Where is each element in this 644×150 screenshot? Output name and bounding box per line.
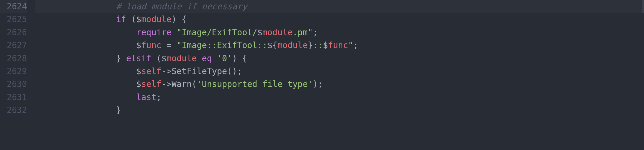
token: '0' — [217, 53, 232, 63]
token: = — [161, 40, 177, 50]
token: # load module if necessary — [116, 1, 247, 11]
token: ; — [353, 40, 358, 50]
token: last — [136, 92, 156, 102]
line-number: 2631 — [0, 91, 27, 104]
minimap-edge — [642, 0, 644, 13]
code-editor[interactable]: 262426252626262726282629263026312632 # l… — [0, 0, 644, 150]
token: :: — [313, 40, 323, 50]
code-area[interactable]: # load module if necessary if ($module) … — [35, 0, 644, 150]
token: "Image/ExifTool/ — [177, 27, 257, 37]
token: $ — [136, 40, 141, 50]
code-line[interactable]: require "Image/ExifTool/$module.pm"; — [35, 26, 644, 39]
token — [212, 53, 217, 63]
token: $ — [136, 79, 141, 89]
token: ) { — [171, 14, 187, 24]
token: if — [116, 14, 126, 24]
token: } — [116, 53, 126, 63]
code-line[interactable]: last; — [35, 91, 644, 104]
code-line[interactable]: } — [35, 104, 644, 117]
line-number: 2626 — [0, 26, 27, 39]
token: "Image::ExifTool:: — [177, 40, 267, 50]
token: ${ — [267, 40, 277, 50]
code-line[interactable]: $func = "Image::ExifTool::${module}::$fu… — [35, 39, 644, 52]
token: } — [116, 105, 121, 115]
line-number: 2628 — [0, 52, 27, 65]
line-number: 2630 — [0, 78, 27, 91]
line-number-gutter: 262426252626262726282629263026312632 — [0, 0, 35, 150]
token: $ — [257, 27, 262, 37]
token: } — [308, 40, 313, 50]
token: module — [277, 40, 308, 50]
token: ; — [313, 27, 318, 37]
token: 'Unsupported file type' — [197, 79, 313, 89]
token: $ — [323, 40, 328, 50]
line-number: 2627 — [0, 39, 27, 52]
token: $ — [161, 53, 166, 63]
token: func — [328, 40, 348, 50]
token: require — [136, 27, 171, 37]
code-line[interactable]: # load module if necessary — [35, 0, 644, 13]
line-number: 2624 — [0, 0, 27, 13]
token: Warn — [171, 79, 192, 89]
token: -> — [161, 79, 171, 89]
token: elsif — [126, 53, 151, 63]
line-number: 2629 — [0, 65, 27, 78]
token: $ — [136, 66, 141, 76]
token: module — [262, 27, 293, 37]
token: ); — [313, 79, 323, 89]
code-line[interactable]: $self->Warn('Unsupported file type'); — [35, 78, 644, 91]
token — [197, 53, 202, 63]
token: SetFileType — [171, 66, 227, 76]
token: ( — [126, 14, 136, 24]
token: self — [141, 79, 161, 89]
token: module — [141, 14, 171, 24]
token: module — [166, 53, 197, 63]
line-number: 2632 — [0, 104, 27, 117]
token: .pm" — [293, 27, 313, 37]
token: self — [141, 66, 161, 76]
code-line[interactable]: if ($module) { — [35, 13, 644, 26]
token: $ — [136, 14, 141, 24]
token: eq — [202, 53, 212, 63]
code-line[interactable]: $self->SetFileType(); — [35, 65, 644, 78]
token: ; — [157, 92, 162, 102]
token: ( — [151, 53, 162, 63]
token — [171, 27, 177, 37]
token: ) { — [232, 53, 247, 63]
token: func — [141, 40, 161, 50]
token: (); — [227, 66, 242, 76]
token: " — [348, 40, 353, 50]
token: -> — [161, 66, 171, 76]
token: ( — [192, 79, 197, 89]
line-number: 2625 — [0, 13, 27, 26]
code-line[interactable]: } elsif ($module eq '0') { — [35, 52, 644, 65]
